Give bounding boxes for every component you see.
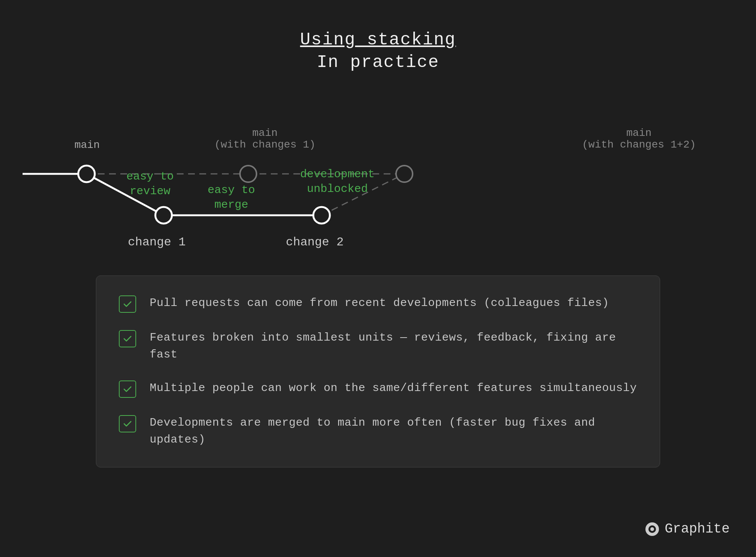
checklist-box: Pull requests can come from recent devel… [96,275,660,467]
checklist-item-3: Multiple people can work on the same/dif… [119,380,637,398]
svg-point-9 [396,166,413,182]
checklist-text-4: Developments are merged to main more oft… [150,414,637,448]
check-icon-2 [119,330,136,347]
dev-unblocked-line1: development [300,167,375,182]
graphite-logo-text: Graphite [665,521,730,537]
checklist-item-2: Features broken into smallest units — re… [119,329,637,363]
check-icon-3 [119,380,136,398]
checkmark-svg-1 [123,299,132,309]
checklist-text-3: Multiple people can work on the same/dif… [150,380,637,397]
easy-review-line2: review [126,184,174,199]
dev-unblocked-line2: unblocked [300,182,375,196]
checkmark-svg-3 [123,384,132,394]
svg-point-11 [313,207,330,224]
easy-review-line1: easy to [126,169,174,184]
label-dev-unblocked: development unblocked [300,167,375,196]
check-icon-1 [119,295,136,313]
title-line2: In practice [300,53,456,72]
title-line1: Using stacking [300,30,456,50]
graphite-branding: Graphite [645,521,730,537]
label-change2: change 2 [286,235,344,249]
checkmark-svg-4 [123,419,132,429]
label-change1: change 1 [128,235,186,249]
title-section: Using stacking In practice [300,30,456,72]
checkmark-svg-2 [123,334,132,344]
diagram-svg [0,95,756,253]
svg-point-7 [78,166,95,182]
checklist-item-1: Pull requests can come from recent devel… [119,295,637,313]
svg-point-8 [240,166,257,182]
label-easy-review: easy to review [126,169,174,199]
label-easy-merge: easy to merge [208,183,255,212]
easy-merge-line1: easy to [208,183,255,198]
svg-point-14 [650,527,654,531]
easy-merge-line2: merge [208,198,255,212]
svg-point-10 [155,207,172,224]
graphite-logo-icon [645,522,659,536]
checklist-text-2: Features broken into smallest units — re… [150,329,637,363]
checklist-text-1: Pull requests can come from recent devel… [150,295,609,312]
page: Using stacking In practice main main (wi… [0,0,756,557]
checklist-item-4: Developments are merged to main more oft… [119,414,637,448]
check-icon-4 [119,415,136,432]
diagram-section: main main (with changes 1) main (with ch… [0,95,756,253]
